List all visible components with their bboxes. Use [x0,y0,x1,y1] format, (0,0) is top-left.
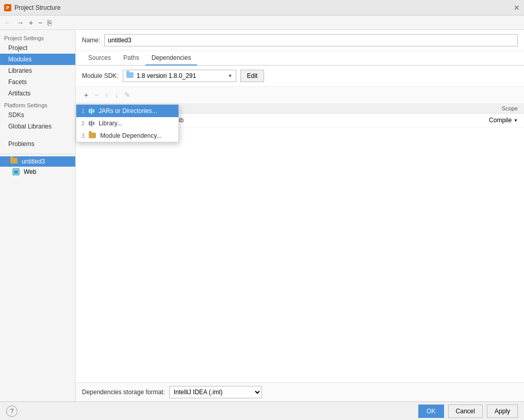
name-label: Name: [82,37,100,44]
dropdown-label-module-dep: Module Dependency... [100,132,161,139]
sidebar-item-problems[interactable]: Problems [0,138,75,150]
sidebar-item-libraries[interactable]: Libraries [0,65,75,76]
nav-toolbar: ← → + − ⎘ [0,15,524,30]
sidebar: Project Settings Project Modules Librari… [0,30,76,401]
cancel-button[interactable]: Cancel [448,405,483,418]
dropdown-item-library[interactable]: 2 Library... [76,117,178,130]
dep-add-button[interactable]: + [82,90,90,100]
platform-settings-label: Platform Settings [0,99,75,109]
folder-icon [10,158,18,165]
dropdown-item-module-dep[interactable]: 3 Module Dependency... [76,130,178,142]
sdk-label: Module SDK: [82,72,119,79]
item-num-3: 3 [81,133,85,139]
tree-row-untitled3[interactable]: ▼ untitled3 [0,156,75,167]
footer: ? OK Cancel Apply [0,401,524,420]
toolbar-copy-button[interactable]: ⎘ [45,18,54,28]
storage-label: Dependencies storage format: [82,389,165,396]
title-bar: P Project Structure ✕ [0,0,524,15]
lib-icon [89,120,94,126]
dep-remove-button[interactable]: − [92,90,101,100]
sidebar-item-project[interactable]: Project [0,42,75,54]
toolbar-add-button[interactable]: + [27,18,35,28]
web-icon: W [12,168,20,175]
module-sdk-row: Module SDK: 1.8 version 1.8.0_291 ▼ Edit [76,66,524,87]
item-num-2: 2 [81,120,85,126]
item-num-1: 1 [81,108,85,114]
tab-dependencies[interactable]: Dependencies [145,51,198,66]
dropdown-label-library: Library... [99,120,122,127]
app-icon: P [4,4,11,11]
add-dropdown-popup: 1 JARs or Directories... 2 [76,104,179,142]
sidebar-item-artifacts[interactable]: Artifacts [0,88,75,99]
storage-bar: Dependencies storage format: IntelliJ ID… [76,382,524,401]
edit-sdk-button[interactable]: Edit [240,70,265,82]
sidebar-item-modules[interactable]: Modules [0,54,75,65]
tree-node-web-label: Web [24,168,36,175]
moddep-icon [89,133,96,139]
sdk-value: 1.8 version 1.8.0_291 [137,72,225,79]
tab-paths[interactable]: Paths [117,51,145,66]
dep-col-scope: Scope [466,105,518,111]
sidebar-item-sdks[interactable]: SDKs [0,109,75,121]
dropdown-label-jars: JARs or Directories... [99,107,157,115]
scope-value: Compile [489,117,512,124]
dep-up-button[interactable]: ↑ [103,90,110,100]
scope-chevron-icon[interactable]: ▼ [514,118,518,123]
back-button[interactable]: ← [2,18,13,28]
tabs-bar: Sources Paths Dependencies [76,51,524,66]
help-button[interactable]: ? [6,406,18,417]
dep-toolbar: + − ↑ ↓ ✎ 1 JARs or Directories... [76,87,524,104]
chevron-down-icon: ▼ [228,73,233,78]
tree-row-web[interactable]: W Web [0,167,75,177]
window-title: Project Structure [14,4,60,11]
sidebar-item-global-libraries[interactable]: Global Libraries [0,121,75,132]
dep-table: G:\untitled3\web\WEB-INF\lib Compile ▼ [76,114,524,382]
tree-node-label: untitled3 [22,158,45,165]
dep-down-button[interactable]: ↓ [112,90,120,100]
name-row: Name: [76,30,524,51]
storage-select[interactable]: IntelliJ IDEA (.iml) [169,386,262,398]
main-layout: Project Settings Project Modules Librari… [0,30,524,401]
name-input[interactable] [104,34,518,46]
toolbar-remove-button[interactable]: − [36,18,44,28]
tab-sources[interactable]: Sources [82,51,117,66]
sidebar-item-facets[interactable]: Facets [0,76,75,88]
chevron-down-icon: ▼ [4,159,8,164]
dep-edit-button[interactable]: ✎ [122,90,133,100]
ok-button[interactable]: OK [418,405,444,418]
close-button[interactable]: ✕ [514,4,520,12]
dropdown-item-jars[interactable]: 1 JARs or Directories... [76,105,178,117]
project-settings-label: Project Settings [0,32,75,42]
sdk-select[interactable]: 1.8 version 1.8.0_291 ▼ [123,70,236,82]
jar-icon [89,107,94,115]
module-tree: ▼ untitled3 W Web [0,154,75,177]
apply-button[interactable]: Apply [487,405,518,418]
sdk-folder-icon [126,72,134,79]
dep-scope: Compile ▼ [466,117,518,124]
content-panel: Name: Sources Paths Dependencies Module … [76,30,524,401]
forward-button[interactable]: → [14,18,26,28]
